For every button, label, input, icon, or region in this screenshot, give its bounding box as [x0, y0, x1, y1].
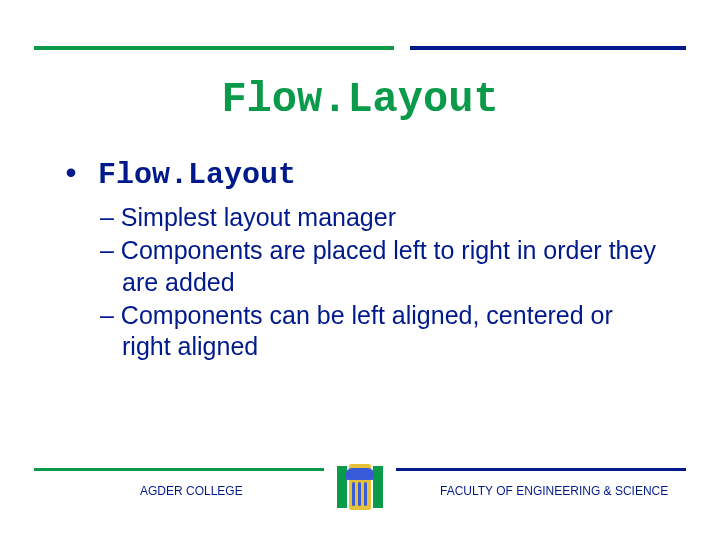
footer-right: FACULTY OF ENGINEERING & SCIENCE	[440, 484, 668, 498]
bullet-main: Flow.Layout	[62, 158, 296, 192]
top-rule-left	[34, 46, 394, 50]
footer-left: AGDER COLLEGE	[140, 484, 243, 498]
college-logo-icon	[337, 464, 383, 510]
sub-bullet: Simplest layout manager	[100, 202, 660, 233]
sub-bullet: Components are placed left to right in o…	[100, 235, 660, 298]
top-rule-right	[410, 46, 686, 50]
bottom-rule-right	[396, 468, 686, 471]
bottom-rule-left	[34, 468, 324, 471]
sub-bullet-list: Simplest layout manager Components are p…	[100, 202, 660, 364]
sub-bullet: Components can be left aligned, centered…	[100, 300, 660, 363]
slide-title: Flow.Layout	[0, 76, 720, 124]
